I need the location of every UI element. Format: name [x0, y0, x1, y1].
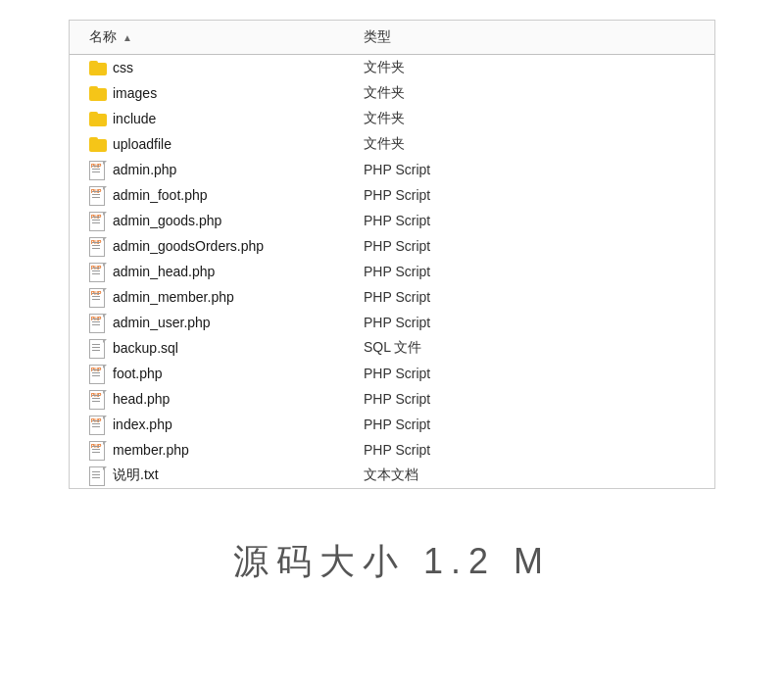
php-file-icon: PHP	[89, 263, 107, 280]
table-row[interactable]: images 文件夹	[70, 80, 714, 106]
table-row[interactable]: PHP index.php PHP Script	[70, 412, 714, 437]
file-type-cell: PHP Script	[364, 366, 560, 381]
file-name: uploadfile	[113, 136, 172, 152]
table-row[interactable]: backup.sql SQL 文件	[70, 335, 714, 361]
sort-arrow-icon: ▲	[122, 32, 132, 43]
php-file-icon: PHP	[89, 237, 107, 255]
table-row[interactable]: PHP admin_foot.php PHP Script	[70, 182, 714, 208]
file-name-cell: PHP admin_foot.php	[70, 186, 364, 204]
file-type-cell: PHP Script	[364, 213, 560, 228]
file-type-cell: 文件夹	[364, 110, 560, 127]
php-file-icon: PHP	[89, 390, 107, 408]
col-name-header[interactable]: 名称 ▲	[70, 28, 364, 46]
col-type-header[interactable]: 类型	[364, 28, 560, 46]
file-type-cell: PHP Script	[364, 289, 560, 305]
table-row[interactable]: uploadfile 文件夹	[70, 131, 714, 157]
file-name-cell: PHP admin.php	[70, 161, 364, 178]
file-name: 说明.txt	[113, 466, 159, 484]
table-row[interactable]: PHP member.php PHP Script	[70, 437, 714, 463]
file-name: member.php	[113, 442, 189, 458]
file-type-cell: PHP Script	[364, 315, 560, 330]
file-name: index.php	[113, 416, 172, 432]
php-file-icon: PHP	[89, 416, 107, 433]
file-name: admin_goods.php	[113, 213, 221, 228]
main-container: 名称 ▲ 类型 css 文件夹 images 文件夹 include	[0, 0, 784, 686]
file-name: admin_goodsOrders.php	[113, 238, 264, 254]
file-name-cell: uploadfile	[70, 136, 364, 152]
file-name-cell: PHP admin_head.php	[70, 263, 364, 280]
sql-file-icon	[89, 339, 107, 357]
table-header: 名称 ▲ 类型	[70, 21, 714, 55]
file-name: images	[113, 85, 157, 101]
file-name-cell: 说明.txt	[70, 466, 364, 484]
file-name: admin_head.php	[113, 264, 215, 279]
file-name-cell: PHP index.php	[70, 416, 364, 433]
file-type-cell: PHP Script	[364, 187, 560, 203]
folder-icon	[89, 86, 107, 101]
file-type-cell: 文件夹	[364, 135, 560, 153]
file-name: admin_foot.php	[113, 187, 208, 203]
file-type-cell: SQL 文件	[364, 339, 560, 357]
file-name: head.php	[113, 391, 170, 407]
file-type-cell: PHP Script	[364, 416, 560, 432]
file-name-cell: PHP admin_user.php	[70, 314, 364, 331]
txt-file-icon	[89, 466, 107, 484]
col-name-label: 名称	[89, 28, 117, 44]
file-name-cell: PHP foot.php	[70, 365, 364, 382]
file-type-cell: PHP Script	[364, 162, 560, 177]
folder-icon	[89, 61, 107, 75]
file-name: admin_user.php	[113, 315, 211, 330]
file-name-cell: PHP head.php	[70, 390, 364, 408]
file-name: backup.sql	[113, 340, 178, 356]
file-name-cell: images	[70, 85, 364, 101]
php-file-icon: PHP	[89, 186, 107, 204]
file-name: css	[113, 60, 133, 75]
file-type-cell: 文件夹	[364, 84, 560, 102]
table-row[interactable]: PHP admin_goodsOrders.php PHP Script	[70, 233, 714, 259]
table-row[interactable]: 说明.txt 文本文档	[70, 463, 714, 488]
file-type-cell: 文本文档	[364, 466, 560, 484]
table-row[interactable]: PHP admin_member.php PHP Script	[70, 284, 714, 310]
file-name: admin.php	[113, 162, 176, 177]
file-name: admin_member.php	[113, 289, 234, 305]
file-type-cell: PHP Script	[364, 264, 560, 279]
table-row[interactable]: PHP head.php PHP Script	[70, 386, 714, 412]
table-row[interactable]: PHP admin_head.php PHP Script	[70, 259, 714, 284]
file-name-cell: PHP admin_goodsOrders.php	[70, 237, 364, 255]
file-list-body: css 文件夹 images 文件夹 include 文件夹 uploadfil…	[70, 55, 714, 488]
table-row[interactable]: PHP foot.php PHP Script	[70, 361, 714, 386]
file-name-cell: PHP member.php	[70, 441, 364, 459]
file-name: foot.php	[113, 366, 163, 381]
footer-size-label: 源码大小 1.2 M	[0, 538, 784, 586]
file-name-cell: PHP admin_goods.php	[70, 212, 364, 229]
table-row[interactable]: include 文件夹	[70, 106, 714, 131]
folder-icon	[89, 112, 107, 126]
php-file-icon: PHP	[89, 161, 107, 178]
file-type-cell: 文件夹	[364, 59, 560, 76]
file-name-cell: include	[70, 111, 364, 126]
php-file-icon: PHP	[89, 314, 107, 331]
file-type-cell: PHP Script	[364, 391, 560, 407]
table-row[interactable]: PHP admin_user.php PHP Script	[70, 310, 714, 335]
php-file-icon: PHP	[89, 365, 107, 382]
table-row[interactable]: PHP admin.php PHP Script	[70, 157, 714, 182]
table-row[interactable]: css 文件夹	[70, 55, 714, 80]
file-type-cell: PHP Script	[364, 238, 560, 254]
file-name: include	[113, 111, 156, 126]
file-name-cell: css	[70, 60, 364, 75]
folder-icon	[89, 137, 107, 152]
table-row[interactable]: PHP admin_goods.php PHP Script	[70, 208, 714, 233]
file-type-cell: PHP Script	[364, 442, 560, 458]
php-file-icon: PHP	[89, 441, 107, 459]
file-name-cell: PHP admin_member.php	[70, 288, 364, 306]
file-list-wrapper: 名称 ▲ 类型 css 文件夹 images 文件夹 include	[69, 20, 715, 489]
php-file-icon: PHP	[89, 212, 107, 229]
file-name-cell: backup.sql	[70, 339, 364, 357]
col-type-label: 类型	[364, 28, 391, 44]
php-file-icon: PHP	[89, 288, 107, 306]
